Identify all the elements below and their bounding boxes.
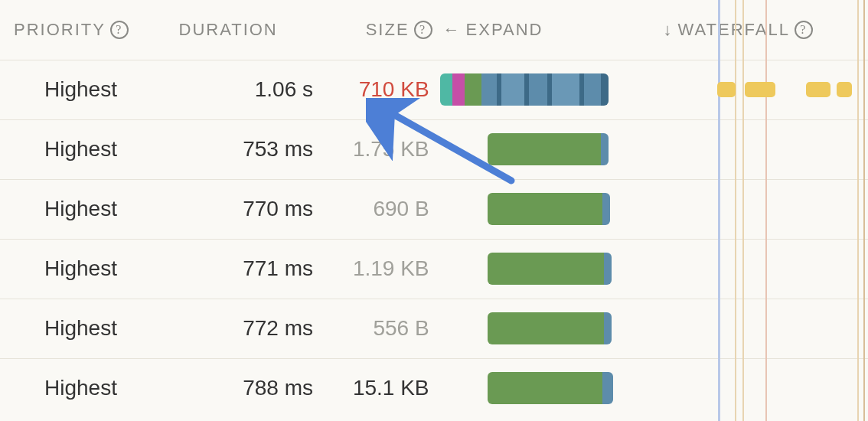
bar-segment <box>604 253 612 285</box>
duration-cell: 772 ms <box>176 299 321 358</box>
priority-cell: Highest <box>0 179 176 239</box>
bar-segment <box>488 193 602 225</box>
timing-bar[interactable] <box>488 372 613 404</box>
bar-segment <box>602 372 613 404</box>
size-cell: 556 B <box>321 299 436 358</box>
requests-table: PRIORITY ? DURATION SIZE ? ← EXPAND <box>0 0 868 418</box>
table-row[interactable]: Highest1.06 s710 KB <box>0 60 868 119</box>
priority-cell: Highest <box>0 299 176 358</box>
waterfall-cell <box>613 60 868 119</box>
waterfall-marker[interactable] <box>837 82 852 97</box>
bar-segment <box>604 312 612 344</box>
size-cell: 710 KB <box>321 60 436 119</box>
table-row[interactable]: Highest770 ms690 B <box>0 179 868 239</box>
timing-bar-cell <box>436 358 613 418</box>
waterfall-cell <box>613 119 868 179</box>
size-cell: 690 B <box>321 179 436 239</box>
waterfall-marker[interactable] <box>717 82 736 97</box>
help-icon[interactable]: ? <box>795 21 813 39</box>
bar-segment <box>601 73 609 106</box>
duration-cell: 753 ms <box>176 119 321 179</box>
bar-segment <box>501 73 524 106</box>
bar-segment <box>488 133 601 165</box>
arrow-down-icon: ↓ <box>664 20 674 40</box>
timing-bar[interactable] <box>488 312 612 344</box>
bar-segment <box>488 372 602 404</box>
bar-segment <box>488 312 604 344</box>
duration-header-label: DURATION <box>179 20 278 40</box>
timing-bar-cell <box>436 60 613 119</box>
arrow-left-icon: ← <box>443 20 462 40</box>
bar-segment <box>552 73 579 106</box>
duration-cell: 771 ms <box>176 239 321 299</box>
duration-cell: 1.06 s <box>176 60 321 119</box>
bar-segment <box>440 73 452 106</box>
size-cell: 1.19 KB <box>321 239 436 299</box>
expand-header-label: EXPAND <box>466 20 543 40</box>
bar-segment <box>602 193 610 225</box>
help-icon[interactable]: ? <box>414 21 432 39</box>
waterfall-cell <box>613 179 868 239</box>
size-header-label: SIZE <box>366 20 410 40</box>
col-header-priority[interactable]: PRIORITY ? <box>0 0 176 60</box>
col-header-expand[interactable]: ← EXPAND <box>436 0 613 60</box>
bar-segment <box>465 73 481 106</box>
table-row[interactable]: Highest788 ms15.1 KB <box>0 358 868 418</box>
bar-segment <box>452 73 465 106</box>
size-cell: 1.75 KB <box>321 119 436 179</box>
table-row[interactable]: Highest771 ms1.19 KB <box>0 239 868 299</box>
timing-bar[interactable] <box>488 193 610 225</box>
size-cell: 15.1 KB <box>321 358 436 418</box>
priority-cell: Highest <box>0 60 176 119</box>
timing-bar[interactable] <box>488 253 612 285</box>
timing-bar-cell <box>436 119 613 179</box>
col-header-duration[interactable]: DURATION <box>176 0 321 60</box>
table-row[interactable]: Highest753 ms1.75 KB <box>0 119 868 179</box>
duration-cell: 770 ms <box>176 179 321 239</box>
waterfall-cell <box>613 358 868 418</box>
waterfall-marker[interactable] <box>806 82 830 97</box>
bar-segment <box>584 73 601 106</box>
waterfall-cell <box>613 239 868 299</box>
bar-segment <box>601 133 609 165</box>
table-row[interactable]: Highest772 ms556 B <box>0 299 868 358</box>
priority-header-label: PRIORITY <box>14 20 106 40</box>
waterfall-cell <box>613 299 868 358</box>
priority-cell: Highest <box>0 239 176 299</box>
bar-segment <box>529 73 547 106</box>
duration-cell: 788 ms <box>176 358 321 418</box>
col-header-size[interactable]: SIZE ? <box>321 0 436 60</box>
help-icon[interactable]: ? <box>110 21 129 39</box>
timing-bar-cell <box>436 239 613 299</box>
waterfall-header-label: WATERFALL <box>678 20 790 40</box>
waterfall-marker[interactable] <box>745 82 775 97</box>
col-header-waterfall[interactable]: ↓ WATERFALL ? <box>613 0 868 60</box>
timing-bar[interactable] <box>488 133 609 165</box>
priority-cell: Highest <box>0 358 176 418</box>
timing-bar-cell <box>436 179 613 239</box>
timing-bar[interactable] <box>440 73 609 106</box>
table-header-row: PRIORITY ? DURATION SIZE ? ← EXPAND <box>0 0 868 60</box>
bar-segment <box>488 253 604 285</box>
timing-bar-cell <box>436 299 613 358</box>
priority-cell: Highest <box>0 119 176 179</box>
bar-segment <box>481 73 497 106</box>
